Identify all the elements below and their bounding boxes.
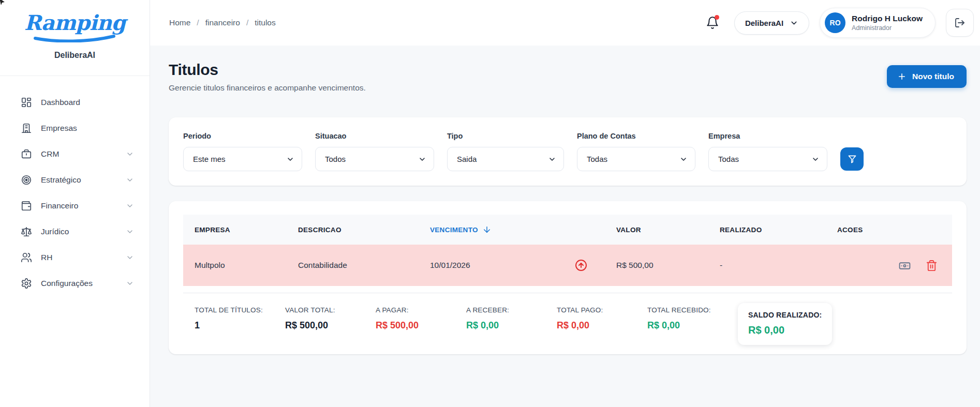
- sidebar-item-label: CRM: [41, 149, 59, 159]
- row-valor: R$ 500,00: [605, 261, 708, 270]
- row-empresa: Multpolo: [183, 261, 287, 270]
- brand-logo[interactable]: Ramping: [0, 0, 150, 42]
- breadcrumb-titulos[interactable]: titulos: [255, 18, 276, 27]
- sidebar: Ramping DeliberaAI Dashboard Empresas CR…: [0, 0, 150, 407]
- filter-label-empresa: Empresa: [708, 132, 827, 140]
- app-window: Ramping DeliberaAI Dashboard Empresas CR…: [0, 0, 980, 407]
- chevron-down-icon: [790, 19, 798, 27]
- summary-value-a-pagar: R$ 500,00: [376, 320, 455, 331]
- sidebar-item-juridico[interactable]: Jurídico: [0, 219, 150, 245]
- sidebar-item-estrategico[interactable]: Estratégico: [0, 167, 150, 193]
- main-content: Titulos Gerencie titulos financeiros e a…: [150, 46, 980, 407]
- sidebar-item-configuracoes[interactable]: Configurações: [0, 270, 150, 296]
- summary-row: TOTAL DE TÍTULOS: 1 VALOR TOTAL: R$ 500,…: [183, 293, 952, 345]
- summary-label-total-recebido: TOTAL RECEBIDO:: [647, 306, 726, 314]
- filter-label-situacao: Situacao: [315, 132, 434, 140]
- filter-label-tipo: Tipo: [447, 132, 564, 140]
- new-titulo-label: Novo titulo: [912, 72, 954, 81]
- breadcrumb-financeiro[interactable]: financeiro: [205, 18, 240, 27]
- target-icon: [21, 174, 32, 186]
- sidebar-item-label: Estratégico: [41, 175, 81, 185]
- column-header-realizado: REALIZADO: [708, 226, 826, 234]
- column-header-descricao: DESCRICAO: [287, 226, 419, 234]
- funnel-icon: [847, 154, 857, 164]
- dashboard-icon: [21, 97, 32, 108]
- notification-badge: [715, 15, 719, 20]
- briefcase-icon: [21, 148, 32, 160]
- summary-label-a-pagar: A PAGAR:: [376, 306, 455, 314]
- breadcrumb-separator: /: [246, 18, 248, 27]
- brand-logo-text: Ramping: [24, 12, 126, 33]
- row-realizado: -: [708, 261, 826, 270]
- column-header-vencimento-sort[interactable]: VENCIMENTO: [430, 225, 605, 234]
- avatar: RO: [825, 12, 845, 33]
- filters-card: Periodo Este mes Situacao Todos Tipo: [169, 117, 967, 186]
- column-header-empresa: EMPRESA: [183, 226, 287, 234]
- chevron-down-icon: [126, 202, 134, 210]
- sidebar-item-label: Configurações: [41, 279, 93, 288]
- scales-icon: [21, 226, 32, 237]
- sidebar-workspace-name: DeliberaAI: [0, 51, 150, 60]
- payment-action-button[interactable]: [898, 259, 911, 272]
- user-name: Rodrigo H Luckow: [852, 14, 923, 24]
- workspace-selector[interactable]: DeliberaAI: [734, 11, 809, 35]
- chevron-down-icon: [126, 279, 134, 288]
- sidebar-item-dashboard[interactable]: Dashboard: [0, 89, 150, 115]
- sidebar-item-crm[interactable]: CRM: [0, 141, 150, 167]
- building-icon: [21, 123, 32, 134]
- filter-label-periodo: Periodo: [183, 132, 302, 140]
- gear-icon: [21, 278, 32, 289]
- table-header-row: EMPRESA DESCRICAO VENCIMENTO VALOR REALI…: [183, 215, 952, 245]
- saida-arrow-up-circle-icon: [575, 259, 587, 272]
- breadcrumb-home[interactable]: Home: [169, 18, 190, 27]
- page-title: Titulos: [169, 61, 366, 79]
- topbar: Home / financeiro / titulos DeliberaAI R…: [150, 0, 980, 46]
- page-subtitle: Gerencie titulos financeiros e acompanhe…: [169, 83, 366, 93]
- column-header-valor: VALOR: [605, 226, 708, 234]
- new-titulo-button[interactable]: Novo titulo: [887, 65, 967, 88]
- banknote-icon: [898, 259, 911, 272]
- sidebar-item-label: Empresas: [41, 124, 77, 133]
- periodo-select[interactable]: Este mes: [183, 147, 302, 171]
- logout-icon: [954, 17, 966, 29]
- tipo-select[interactable]: Saida: [447, 147, 564, 171]
- sidebar-item-financeiro[interactable]: Financeiro: [0, 193, 150, 219]
- situacao-select[interactable]: Todos: [315, 147, 434, 171]
- sidebar-item-rh[interactable]: RH: [0, 245, 150, 270]
- sidebar-item-label: Dashboard: [41, 98, 80, 107]
- plano-de-contas-select[interactable]: Todas: [577, 147, 695, 171]
- mouse-cursor-artifact: [0, 0, 7, 7]
- table-row[interactable]: Multpolo Contabilidade 10/01/2026 R$ 500…: [183, 245, 952, 286]
- sidebar-item-empresas[interactable]: Empresas: [0, 115, 150, 141]
- plus-icon: [897, 72, 907, 81]
- titulos-table-card: EMPRESA DESCRICAO VENCIMENTO VALOR REALI…: [169, 201, 967, 354]
- workspace-selector-label: DeliberaAI: [745, 19, 783, 27]
- chevron-down-icon: [126, 176, 134, 184]
- summary-label-total-titulos: TOTAL DE TÍTULOS:: [195, 306, 274, 314]
- summary-label-saldo-realizado: SALDO REALIZADO:: [748, 311, 822, 319]
- sort-desc-arrow-icon: [482, 225, 492, 234]
- summary-value-a-receber: R$ 0,00: [466, 320, 545, 331]
- user-menu[interactable]: RO Rodrigo H Luckow Administrador: [820, 8, 936, 38]
- chevron-down-icon: [126, 228, 134, 236]
- trash-icon: [926, 260, 938, 272]
- summary-value-total-pago: R$ 0,00: [557, 320, 636, 331]
- logout-button[interactable]: [946, 9, 974, 37]
- empresa-select[interactable]: Todas: [708, 147, 827, 171]
- sidebar-item-label: RH: [41, 253, 52, 262]
- row-vencimento: 10/01/2026: [430, 261, 470, 270]
- summary-value-total-recebido: R$ 0,00: [647, 320, 726, 331]
- apply-filters-button[interactable]: [840, 147, 864, 171]
- row-descricao: Contabilidade: [287, 261, 419, 270]
- breadcrumb-separator: /: [197, 18, 199, 27]
- delete-action-button[interactable]: [926, 260, 938, 272]
- breadcrumb: Home / financeiro / titulos: [169, 18, 276, 27]
- summary-label-a-receber: A RECEBER:: [466, 306, 545, 314]
- summary-value-valor-total: R$ 500,00: [285, 320, 364, 331]
- notifications-button[interactable]: [701, 11, 724, 34]
- sidebar-item-label: Jurídico: [41, 227, 69, 236]
- sidebar-divider: [0, 76, 150, 76]
- column-header-acoes: ACOES: [826, 226, 952, 234]
- filter-label-plano-de-contas: Plano de Contas: [577, 132, 695, 140]
- summary-label-total-pago: TOTAL PAGO:: [557, 306, 636, 314]
